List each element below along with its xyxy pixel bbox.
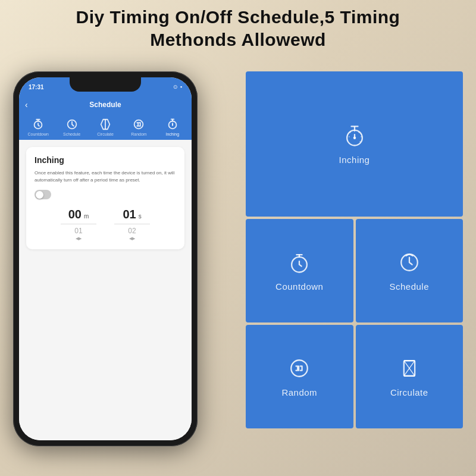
tab-random[interactable]: Random — [122, 118, 155, 136]
countdown-feature-icon — [286, 249, 312, 275]
notch — [70, 77, 141, 92]
feature-tile-circulate[interactable]: Circulate — [356, 325, 464, 428]
inching-tab-icon — [166, 118, 179, 131]
circulate-tab-icon — [99, 118, 112, 131]
tab-circulate-label: Circulate — [97, 132, 114, 136]
circulate-feature-label: Circulate — [390, 387, 428, 397]
title-area: Diy Timing On/Off Schedule,5 Timing Meth… — [12, 6, 464, 51]
back-button[interactable]: ‹ — [25, 100, 28, 109]
tab-schedule-label: Schedule — [63, 132, 80, 136]
phone-mockup: 17:31 ⊙ ▪ ‹ Schedule C — [13, 71, 198, 446]
svg-point-8 — [353, 137, 356, 140]
minutes-unit: m — [84, 213, 89, 220]
circulate-feature-icon — [396, 355, 422, 381]
status-time: 17:31 — [29, 84, 44, 90]
svg-point-12 — [359, 142, 361, 143]
toggle-knob — [36, 191, 43, 199]
tab-random-label: Random — [131, 132, 146, 136]
status-icons: ⊙ ▪ — [173, 84, 182, 90]
card-title: Inching — [35, 155, 176, 165]
app-header: ‹ Schedule — [19, 94, 192, 115]
random-feature-icon — [286, 355, 312, 381]
minutes-sub: 01 — [74, 227, 82, 235]
random-tab-icon — [132, 118, 145, 131]
countdown-tab-icon — [32, 118, 45, 131]
seconds-unit: s — [139, 213, 142, 220]
schedule-tab-icon — [65, 118, 79, 131]
app-content: Inching Once enabled this feature, each … — [19, 140, 192, 440]
tab-inching-label: Inching — [166, 132, 180, 136]
tab-bar: Countdown Schedule Circulate — [19, 115, 192, 140]
feature-tile-countdown[interactable]: Countdown — [246, 219, 353, 322]
phone-outer: 17:31 ⊙ ▪ ‹ Schedule C — [13, 71, 198, 446]
random-feature-label: Random — [281, 387, 317, 397]
feature-tile-schedule[interactable]: Schedule — [356, 219, 464, 322]
minutes-column: 00 m 01 ◀▶ — [61, 208, 96, 241]
title-line2: Methonds Allowewd — [150, 30, 326, 49]
svg-point-9 — [354, 131, 355, 132]
app-header-title: Schedule — [89, 101, 121, 109]
tab-circulate[interactable]: Circulate — [89, 118, 122, 136]
title-line1: Diy Timing On/Off Schedule,5 Timing — [76, 7, 400, 27]
svg-point-6 — [172, 124, 173, 126]
features-panel: Inching Countdown Schedule Random — [246, 71, 463, 428]
svg-point-13 — [348, 136, 349, 137]
svg-point-14 — [349, 132, 350, 133]
seconds-value: 01 — [123, 208, 136, 221]
tab-countdown[interactable]: Countdown — [21, 118, 55, 136]
inching-card: Inching Once enabled this feature, each … — [26, 147, 184, 249]
tab-schedule[interactable]: Schedule — [55, 118, 88, 136]
tab-inching[interactable]: Inching — [156, 118, 189, 136]
svg-point-10 — [358, 132, 359, 133]
inching-feature-label: Inching — [339, 155, 370, 165]
main-title: Diy Timing On/Off Schedule,5 Timing Meth… — [12, 6, 464, 51]
minutes-dots: ◀▶ — [76, 236, 82, 241]
phone-inner: 17:31 ⊙ ▪ ‹ Schedule C — [19, 77, 192, 440]
card-description: Once enabled this feature, each time the… — [35, 170, 176, 184]
wifi-icon: ⊙ — [173, 84, 178, 90]
svg-point-11 — [361, 136, 362, 137]
feature-tile-inching[interactable]: Inching — [246, 71, 463, 217]
battery-icon: ▪ — [180, 84, 182, 90]
minutes-value: 00 — [68, 208, 82, 221]
feature-tile-random[interactable]: Random — [246, 325, 353, 428]
tab-countdown-label: Countdown — [27, 132, 48, 136]
seconds-dots: ◀▶ — [129, 236, 135, 241]
inching-feature-icon — [342, 123, 368, 149]
toggle-switch[interactable] — [35, 190, 51, 199]
seconds-sub: 02 — [128, 227, 136, 235]
schedule-feature-label: Schedule — [389, 281, 429, 292]
schedule-feature-icon — [396, 249, 422, 275]
time-picker: 00 m 01 ◀▶ 01 s — [35, 208, 176, 241]
countdown-feature-label: Countdown — [275, 281, 323, 292]
seconds-column: 01 s 02 ◀▶ — [114, 208, 150, 241]
